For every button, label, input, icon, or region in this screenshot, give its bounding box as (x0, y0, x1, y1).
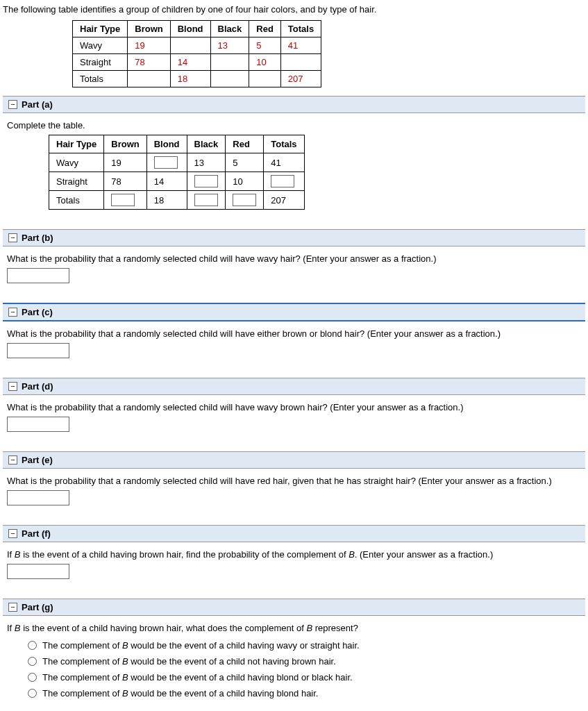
td: 14 (170, 54, 210, 71)
part-a-header[interactable]: − Part (a) (3, 96, 585, 113)
td: Totals (73, 71, 128, 87)
answer-input[interactable] (7, 417, 69, 432)
part-label: Part (c) (22, 307, 53, 317)
th: Brown (104, 135, 146, 153)
part-label: Part (b) (22, 233, 53, 243)
part-b-header[interactable]: − Part (b) (3, 229, 585, 246)
part-label: Part (f) (22, 528, 51, 539)
part-d-prompt: What is the probability that a randomly … (7, 402, 581, 412)
td: 19 (104, 153, 146, 172)
td: 41 (280, 37, 321, 54)
radio-label: The complement of B would be the event o… (42, 656, 336, 667)
answer-input[interactable] (7, 490, 69, 505)
td (146, 153, 187, 172)
th: Blond (170, 21, 210, 37)
part-f-header[interactable]: − Part (f) (3, 525, 585, 542)
part-f-body: If B is the event of a child having brow… (3, 542, 585, 594)
collapse-icon[interactable]: − (8, 603, 17, 612)
th: Black (187, 135, 226, 153)
part-label: Part (g) (22, 602, 53, 612)
part-e-body: What is the probability that a randomly … (3, 469, 585, 521)
td (187, 172, 226, 191)
collapse-icon[interactable]: − (8, 529, 17, 538)
td: 41 (264, 153, 304, 172)
td: Straight (73, 54, 128, 71)
td: 19 (128, 37, 170, 54)
cell-input[interactable] (194, 175, 218, 187)
td: 5 (226, 153, 264, 172)
collapse-icon[interactable]: − (8, 382, 17, 391)
collapse-icon[interactable]: − (8, 308, 17, 317)
answer-input[interactable] (7, 343, 69, 358)
part-c-header[interactable]: − Part (c) (3, 303, 585, 321)
radio-icon[interactable] (28, 689, 37, 698)
collapse-icon[interactable]: − (8, 455, 17, 465)
td: 78 (128, 54, 170, 71)
td (280, 54, 321, 71)
th: Totals (280, 21, 321, 37)
radio-label: The complement of B would be the event o… (42, 688, 318, 699)
radio-option[interactable]: The complement of B would be the event o… (7, 685, 581, 701)
part-e-header[interactable]: − Part (e) (3, 451, 585, 469)
th: Brown (128, 21, 170, 37)
part-c-prompt: What is the probability that a randomly … (7, 328, 581, 339)
radio-option[interactable]: The complement of B would be the event o… (7, 653, 581, 669)
td: 18 (146, 191, 187, 210)
part-d-header[interactable]: − Part (d) (3, 378, 585, 395)
part-d-body: What is the probability that a randomly … (3, 395, 585, 447)
td: 5 (249, 37, 281, 54)
part-g-prompt: If B is the event of a child having brow… (7, 623, 581, 633)
th: Totals (264, 135, 304, 153)
td: 10 (226, 172, 264, 191)
part-g-body: If B is the event of a child having brow… (3, 616, 585, 711)
part-b-body: What is the probability that a randomly … (3, 246, 585, 299)
radio-label: The complement of B would be the event o… (42, 672, 353, 683)
radio-icon[interactable] (28, 657, 37, 666)
td: 10 (249, 54, 281, 71)
td: 18 (170, 71, 210, 87)
part-label: Part (a) (22, 99, 53, 110)
td: 207 (264, 191, 304, 210)
answer-input[interactable] (7, 564, 69, 579)
td (104, 191, 146, 210)
td: Totals (49, 191, 104, 210)
th: Hair Type (49, 135, 104, 153)
part-label: Part (e) (22, 455, 53, 465)
td (128, 71, 170, 87)
part-g-header[interactable]: − Part (g) (3, 599, 585, 616)
given-data-table: Hair Type Brown Blond Black Red Totals W… (72, 20, 321, 87)
td: 13 (210, 37, 249, 54)
cell-input[interactable] (271, 175, 294, 187)
td: 207 (280, 71, 321, 87)
cell-input[interactable] (154, 156, 178, 169)
td: 14 (146, 172, 187, 191)
td: 13 (187, 153, 226, 172)
td: Wavy (73, 37, 128, 54)
fill-table: Hair TypeBrownBlondBlackRedTotalsWavy191… (49, 135, 305, 210)
part-f-prompt: If B is the event of a child having brow… (7, 549, 581, 560)
answer-input[interactable] (7, 268, 69, 283)
part-b-prompt: What is the probability that a randomly … (7, 253, 581, 264)
td (249, 71, 281, 87)
td (210, 54, 249, 71)
part-a-prompt: Complete the table. (7, 120, 581, 131)
cell-input[interactable] (233, 194, 256, 206)
part-a-body: Complete the table. Hair TypeBrownBlondB… (3, 113, 585, 225)
part-e-prompt: What is the probability that a randomly … (7, 476, 581, 486)
td: 78 (104, 172, 146, 191)
collapse-icon[interactable]: − (8, 233, 17, 242)
th: Red (249, 21, 281, 37)
radio-option[interactable]: The complement of B would be the event o… (7, 669, 581, 685)
cell-input[interactable] (111, 194, 135, 206)
collapse-icon[interactable]: − (8, 100, 17, 109)
part-label: Part (d) (22, 381, 53, 392)
th: Black (210, 21, 249, 37)
radio-icon[interactable] (28, 641, 37, 650)
radio-label: The complement of B would be the event o… (42, 640, 360, 651)
th: Red (226, 135, 264, 153)
cell-input[interactable] (194, 194, 218, 206)
radio-option[interactable]: The complement of B would be the event o… (7, 637, 581, 653)
radio-icon[interactable] (28, 673, 37, 682)
td (170, 37, 210, 54)
td (226, 191, 264, 210)
